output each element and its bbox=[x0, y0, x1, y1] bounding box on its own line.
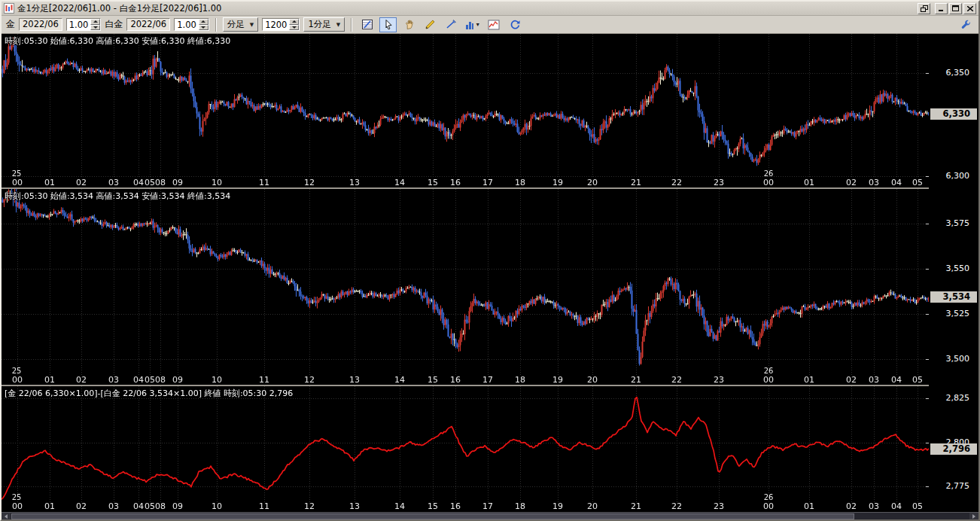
refresh-icon[interactable] bbox=[506, 17, 523, 32]
hour-label: 14 bbox=[394, 178, 405, 187]
hour-label: 17 bbox=[482, 376, 493, 385]
hour-label: 05 bbox=[912, 502, 923, 511]
hour-label: 23 bbox=[714, 502, 724, 511]
horizontal-scrollbar[interactable] bbox=[2, 512, 978, 519]
hour-label: 09 bbox=[172, 178, 183, 187]
hour-label: 00 bbox=[763, 376, 774, 385]
hour-label: 01 bbox=[804, 178, 814, 187]
price-tick-label: 6,300 bbox=[946, 172, 970, 181]
cursor-tool-icon[interactable] bbox=[379, 17, 397, 32]
spread-time-axis: 0001020304050809101112131415161718192021… bbox=[2, 502, 929, 511]
platinum-multiplier-spinner[interactable]: 1.00 bbox=[174, 18, 209, 31]
indicator-chart-icon[interactable] bbox=[485, 17, 502, 32]
gold-time-axis: 0001020304050809101112131415161718192021… bbox=[2, 178, 929, 187]
interval-selected-dropdown[interactable]: 1分足 ▼ bbox=[303, 17, 345, 32]
spin-down-icon[interactable] bbox=[289, 25, 299, 31]
hour-label: 19 bbox=[552, 178, 563, 187]
price-axis[interactable]: 6,3506,3006,3303,5753,5503,5253,5003,534… bbox=[929, 34, 978, 512]
hour-label: 16 bbox=[450, 502, 461, 511]
hour-label: 04 bbox=[891, 178, 902, 187]
hour-label: 14 bbox=[394, 502, 405, 511]
day-marker: 25 bbox=[12, 493, 22, 501]
hour-label: 01 bbox=[44, 178, 55, 187]
current-price-badge: 2,796 bbox=[930, 443, 977, 455]
gold-chart-canvas[interactable] bbox=[2, 34, 929, 178]
gold-contract-field[interactable]: 2022/06 bbox=[19, 18, 62, 31]
interval-type-label: 分足 bbox=[227, 19, 245, 30]
hour-label: 02 bbox=[76, 502, 87, 511]
bar-count-spinner[interactable]: 1200 bbox=[262, 18, 300, 31]
quote-board-icon[interactable] bbox=[358, 17, 376, 32]
chevron-down-icon: ▼ bbox=[336, 22, 340, 28]
spin-up-icon[interactable] bbox=[90, 19, 100, 25]
minimize-button[interactable] bbox=[935, 3, 948, 14]
spin-down-icon[interactable] bbox=[199, 25, 208, 31]
hour-label: 08 bbox=[155, 376, 166, 385]
line-draw-tool-icon[interactable] bbox=[443, 17, 460, 32]
price-tick-label: 6,350 bbox=[946, 69, 970, 78]
hour-label: 10 bbox=[212, 376, 222, 385]
gold-multiplier-spinner[interactable]: 1.00 bbox=[66, 18, 102, 31]
app-window: 金1分足[2022/06]1.00 - 白金1分足[2022/06]1.00 金… bbox=[0, 0, 980, 521]
hour-label: 18 bbox=[515, 178, 525, 187]
hour-label: 00 bbox=[12, 502, 23, 511]
hour-label: 23 bbox=[714, 178, 724, 187]
hour-label: 09 bbox=[172, 502, 183, 511]
float-window-button[interactable] bbox=[918, 3, 930, 14]
maximize-button[interactable] bbox=[949, 3, 962, 14]
platinum-contract-field[interactable]: 2022/06 bbox=[126, 18, 170, 31]
hour-label: 20 bbox=[587, 502, 598, 511]
interval-type-dropdown[interactable]: 分足 ▼ bbox=[223, 17, 258, 32]
chart-type-dropdown-icon[interactable]: ▼ bbox=[464, 17, 481, 32]
current-price-badge: 3,534 bbox=[930, 291, 977, 303]
spin-up-icon[interactable] bbox=[199, 19, 208, 25]
hour-label: 02 bbox=[846, 502, 857, 511]
platinum-label: 白金 bbox=[105, 18, 123, 31]
hour-label: 01 bbox=[804, 502, 814, 511]
toolbar: 金 2022/06 1.00 白金 2022/06 1.00 分足 ▼ 1200… bbox=[2, 16, 978, 34]
hour-label: 23 bbox=[714, 376, 724, 385]
gold-multiplier-value[interactable]: 1.00 bbox=[67, 19, 91, 30]
hand-tool-icon[interactable] bbox=[400, 17, 418, 32]
hour-label: 13 bbox=[349, 502, 360, 511]
platinum-chart-panel: 時刻:05:30 始値:3,534 高値:3,534 安値:3,534 終値:3… bbox=[2, 189, 929, 385]
day-marker: 26 bbox=[764, 169, 774, 178]
hour-label: 16 bbox=[450, 178, 461, 187]
hour-label: 00 bbox=[12, 376, 23, 385]
hour-label: 04 bbox=[133, 502, 144, 511]
hour-label: 05 bbox=[145, 178, 155, 187]
spread-info: [金 22/06 6,330×1.00]-[白金 22/06 3,534×1.0… bbox=[5, 388, 293, 399]
hour-label: 21 bbox=[631, 178, 641, 187]
bar-count-value[interactable]: 1200 bbox=[263, 19, 289, 30]
app-icon bbox=[4, 3, 14, 14]
gold-chart-panel: 時刻:05:30 始値:6,330 高値:6,330 安値:6,330 終値:6… bbox=[2, 34, 929, 187]
day-marker: 25 bbox=[12, 169, 22, 178]
hour-label: 11 bbox=[259, 178, 269, 187]
chart-area: 時刻:05:30 始値:6,330 高値:6,330 安値:6,330 終値:6… bbox=[2, 34, 978, 512]
spread-chart-canvas[interactable] bbox=[2, 386, 929, 502]
hour-label: 15 bbox=[428, 502, 438, 511]
hour-label: 03 bbox=[108, 178, 119, 187]
interval-selected-label: 1分足 bbox=[308, 19, 330, 30]
close-button[interactable] bbox=[963, 3, 976, 14]
price-tick-label: 2,775 bbox=[946, 482, 970, 491]
hour-label: 21 bbox=[631, 376, 641, 385]
platinum-multiplier-value[interactable]: 1.00 bbox=[175, 19, 199, 30]
scroll-left-icon[interactable] bbox=[2, 513, 11, 519]
title-bar[interactable]: 金1分足[2022/06]1.00 - 白金1分足[2022/06]1.00 bbox=[2, 2, 978, 16]
scroll-right-icon[interactable] bbox=[969, 513, 978, 519]
spin-down-icon[interactable] bbox=[90, 25, 100, 31]
pencil-tool-icon[interactable] bbox=[422, 17, 439, 32]
spin-up-icon[interactable] bbox=[289, 19, 299, 25]
hour-label: 02 bbox=[846, 178, 857, 187]
settings-wrench-icon[interactable] bbox=[957, 17, 974, 32]
hour-label: 22 bbox=[671, 502, 682, 511]
platinum-chart-canvas[interactable] bbox=[2, 189, 929, 376]
hour-label: 00 bbox=[12, 178, 23, 187]
hour-label: 02 bbox=[76, 376, 87, 385]
price-tick-label: 3,575 bbox=[946, 219, 970, 228]
hour-label: 02 bbox=[76, 178, 87, 187]
hour-label: 05 bbox=[912, 376, 923, 385]
scrollbar-thumb[interactable] bbox=[11, 513, 854, 519]
platinum-ohlc-info: 時刻:05:30 始値:3,534 高値:3,534 安値:3,534 終値:3… bbox=[5, 190, 230, 202]
